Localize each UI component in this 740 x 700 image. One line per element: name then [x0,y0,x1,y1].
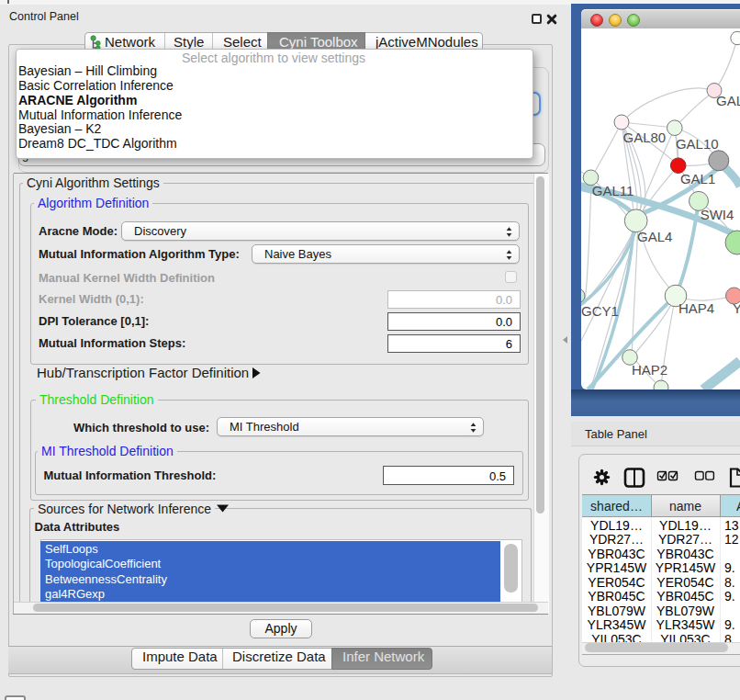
svg-text:SWI4: SWI4 [701,207,734,222]
svg-text:GAL80: GAL80 [623,130,667,145]
svg-text:GAL: GAL [716,93,740,108]
svg-text:HAP2: HAP2 [632,362,667,378]
svg-text:Y: Y [733,300,740,316]
svg-text:GAL1: GAL1 [680,171,715,186]
svg-text:HAP4: HAP4 [678,300,714,316]
svg-text:GCY1: GCY1 [581,303,619,319]
svg-text:GAL4: GAL4 [637,229,672,244]
svg-text:GAL11: GAL11 [592,183,634,198]
svg-text:GAL10: GAL10 [676,136,719,152]
